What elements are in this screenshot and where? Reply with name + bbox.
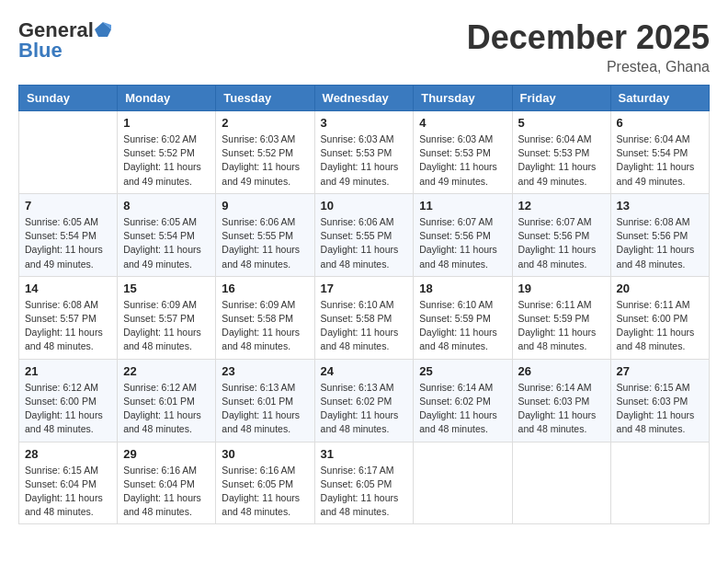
calendar-cell: 30Sunrise: 6:16 AMSunset: 6:05 PMDayligh… — [216, 442, 314, 524]
weekday-header-thursday: Thursday — [414, 86, 512, 111]
weekday-header-saturday: Saturday — [610, 86, 709, 111]
day-info: Sunrise: 6:16 AMSunset: 6:05 PMDaylight:… — [222, 464, 308, 520]
calendar-cell: 1Sunrise: 6:02 AMSunset: 5:52 PMDaylight… — [118, 111, 216, 194]
calendar-cell: 18Sunrise: 6:10 AMSunset: 5:59 PMDayligh… — [414, 276, 512, 359]
calendar-week-1: 1Sunrise: 6:02 AMSunset: 5:52 PMDaylight… — [19, 111, 710, 194]
day-number: 13 — [617, 199, 703, 213]
day-number: 16 — [222, 282, 308, 295]
calendar-cell: 12Sunrise: 6:07 AMSunset: 5:56 PMDayligh… — [512, 193, 610, 276]
calendar-cell: 17Sunrise: 6:10 AMSunset: 5:58 PMDayligh… — [314, 276, 414, 359]
day-info: Sunrise: 6:04 AMSunset: 5:53 PMDaylight:… — [518, 132, 605, 189]
day-number: 10 — [321, 199, 408, 213]
calendar-cell: 27Sunrise: 6:15 AMSunset: 6:03 PMDayligh… — [610, 359, 709, 442]
day-info: Sunrise: 6:10 AMSunset: 5:58 PMDaylight:… — [321, 298, 408, 354]
day-info: Sunrise: 6:09 AMSunset: 5:58 PMDaylight:… — [222, 298, 308, 354]
weekday-header-friday: Friday — [512, 86, 610, 111]
logo-bird-icon — [95, 21, 111, 38]
title-section: December 2025 Prestea, Ghana — [467, 18, 710, 75]
day-number: 19 — [518, 282, 605, 295]
day-info: Sunrise: 6:12 AMSunset: 6:00 PMDaylight:… — [25, 381, 111, 437]
day-info: Sunrise: 6:09 AMSunset: 5:57 PMDaylight:… — [123, 298, 210, 354]
day-info: Sunrise: 6:05 AMSunset: 5:54 PMDaylight:… — [25, 215, 111, 271]
day-info: Sunrise: 6:17 AMSunset: 6:05 PMDaylight:… — [321, 464, 408, 520]
calendar-cell: 4Sunrise: 6:03 AMSunset: 5:53 PMDaylight… — [414, 111, 512, 194]
day-info: Sunrise: 6:06 AMSunset: 5:55 PMDaylight:… — [222, 215, 308, 271]
day-number: 25 — [419, 364, 506, 378]
day-number: 1 — [123, 116, 210, 130]
day-number: 29 — [123, 447, 210, 461]
calendar-cell — [19, 111, 118, 194]
calendar-cell: 19Sunrise: 6:11 AMSunset: 5:59 PMDayligh… — [512, 276, 610, 359]
weekday-header-sunday: Sunday — [19, 86, 118, 111]
calendar-cell: 8Sunrise: 6:05 AMSunset: 5:54 PMDaylight… — [118, 193, 216, 276]
day-number: 21 — [25, 364, 111, 378]
day-info: Sunrise: 6:16 AMSunset: 6:04 PMDaylight:… — [123, 464, 210, 520]
calendar-cell: 5Sunrise: 6:04 AMSunset: 5:53 PMDaylight… — [512, 111, 610, 194]
calendar-cell: 10Sunrise: 6:06 AMSunset: 5:55 PMDayligh… — [314, 193, 414, 276]
day-number: 11 — [419, 199, 506, 213]
day-info: Sunrise: 6:03 AMSunset: 5:53 PMDaylight:… — [419, 132, 506, 189]
calendar-cell: 26Sunrise: 6:14 AMSunset: 6:03 PMDayligh… — [512, 359, 610, 442]
logo-blue: Blue — [18, 39, 63, 62]
day-number: 20 — [617, 282, 703, 295]
day-info: Sunrise: 6:04 AMSunset: 5:54 PMDaylight:… — [617, 132, 703, 189]
weekday-header-wednesday: Wednesday — [314, 86, 414, 111]
location: Prestea, Ghana — [467, 59, 710, 75]
day-info: Sunrise: 6:07 AMSunset: 5:56 PMDaylight:… — [419, 215, 506, 271]
day-info: Sunrise: 6:12 AMSunset: 6:01 PMDaylight:… — [123, 381, 210, 437]
day-info: Sunrise: 6:02 AMSunset: 5:52 PMDaylight:… — [123, 132, 210, 189]
day-number: 27 — [617, 364, 703, 378]
weekday-header-monday: Monday — [118, 86, 216, 111]
calendar-week-4: 21Sunrise: 6:12 AMSunset: 6:00 PMDayligh… — [19, 359, 710, 442]
calendar-cell: 28Sunrise: 6:15 AMSunset: 6:04 PMDayligh… — [19, 442, 118, 524]
day-number: 23 — [222, 364, 308, 378]
calendar-cell: 16Sunrise: 6:09 AMSunset: 5:58 PMDayligh… — [216, 276, 314, 359]
calendar-cell: 14Sunrise: 6:08 AMSunset: 5:57 PMDayligh… — [19, 276, 118, 359]
calendar-cell — [610, 442, 709, 524]
day-info: Sunrise: 6:11 AMSunset: 5:59 PMDaylight:… — [518, 298, 605, 354]
calendar-cell: 13Sunrise: 6:08 AMSunset: 5:56 PMDayligh… — [610, 193, 709, 276]
calendar-cell: 3Sunrise: 6:03 AMSunset: 5:53 PMDaylight… — [314, 111, 414, 194]
day-info: Sunrise: 6:14 AMSunset: 6:03 PMDaylight:… — [518, 381, 605, 437]
month-title: December 2025 — [467, 18, 710, 57]
calendar-cell: 29Sunrise: 6:16 AMSunset: 6:04 PMDayligh… — [118, 442, 216, 524]
calendar-cell: 9Sunrise: 6:06 AMSunset: 5:55 PMDaylight… — [216, 193, 314, 276]
day-number: 14 — [25, 282, 111, 295]
calendar-cell: 7Sunrise: 6:05 AMSunset: 5:54 PMDaylight… — [19, 193, 118, 276]
calendar-cell — [414, 442, 512, 524]
calendar-cell: 20Sunrise: 6:11 AMSunset: 6:00 PMDayligh… — [610, 276, 709, 359]
day-number: 28 — [25, 447, 111, 461]
day-info: Sunrise: 6:03 AMSunset: 5:52 PMDaylight:… — [222, 132, 308, 189]
day-number: 8 — [123, 199, 210, 213]
logo: General Blue — [18, 18, 111, 63]
calendar-cell: 25Sunrise: 6:14 AMSunset: 6:02 PMDayligh… — [414, 359, 512, 442]
day-number: 2 — [222, 116, 308, 130]
page-header: General Blue December 2025 Prestea, Ghan… — [18, 18, 710, 75]
day-number: 3 — [321, 116, 408, 130]
day-number: 26 — [518, 364, 605, 378]
day-info: Sunrise: 6:13 AMSunset: 6:01 PMDaylight:… — [222, 381, 308, 437]
day-number: 9 — [222, 199, 308, 213]
day-number: 6 — [617, 116, 703, 130]
day-number: 5 — [518, 116, 605, 130]
day-number: 17 — [321, 282, 408, 295]
day-info: Sunrise: 6:10 AMSunset: 5:59 PMDaylight:… — [419, 298, 506, 354]
calendar-cell: 15Sunrise: 6:09 AMSunset: 5:57 PMDayligh… — [118, 276, 216, 359]
day-number: 12 — [518, 199, 605, 213]
day-info: Sunrise: 6:06 AMSunset: 5:55 PMDaylight:… — [321, 215, 408, 271]
calendar-cell: 6Sunrise: 6:04 AMSunset: 5:54 PMDaylight… — [610, 111, 709, 194]
calendar-cell: 2Sunrise: 6:03 AMSunset: 5:52 PMDaylight… — [216, 111, 314, 194]
calendar-cell: 24Sunrise: 6:13 AMSunset: 6:02 PMDayligh… — [314, 359, 414, 442]
day-number: 4 — [419, 116, 506, 130]
day-number: 24 — [321, 364, 408, 378]
calendar-cell: 23Sunrise: 6:13 AMSunset: 6:01 PMDayligh… — [216, 359, 314, 442]
day-info: Sunrise: 6:08 AMSunset: 5:56 PMDaylight:… — [617, 215, 703, 271]
calendar-week-2: 7Sunrise: 6:05 AMSunset: 5:54 PMDaylight… — [19, 193, 710, 276]
day-number: 31 — [321, 447, 408, 461]
calendar-week-5: 28Sunrise: 6:15 AMSunset: 6:04 PMDayligh… — [19, 442, 710, 524]
calendar-cell: 21Sunrise: 6:12 AMSunset: 6:00 PMDayligh… — [19, 359, 118, 442]
day-number: 18 — [419, 282, 506, 295]
day-info: Sunrise: 6:07 AMSunset: 5:56 PMDaylight:… — [518, 215, 605, 271]
day-info: Sunrise: 6:08 AMSunset: 5:57 PMDaylight:… — [25, 298, 111, 354]
day-info: Sunrise: 6:14 AMSunset: 6:02 PMDaylight:… — [419, 381, 506, 437]
